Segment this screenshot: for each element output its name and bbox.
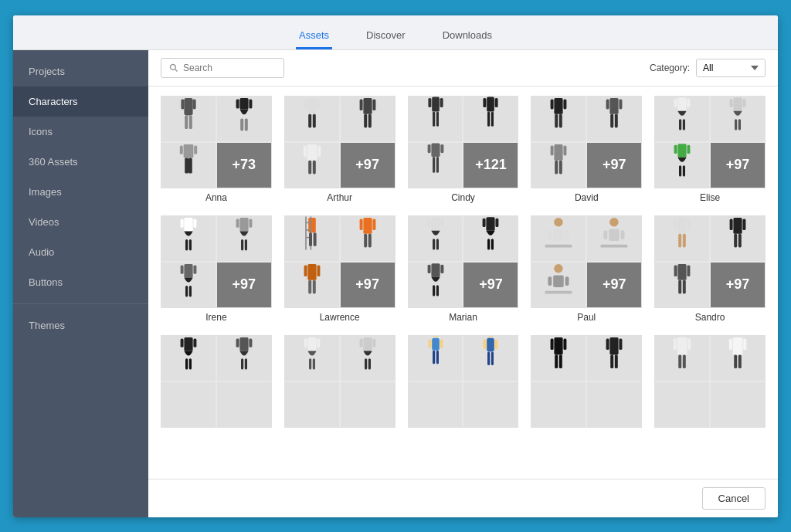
character-card-elise[interactable]: +97 Elise	[654, 96, 766, 203]
character-figure	[544, 143, 573, 188]
search-box[interactable]	[161, 58, 284, 78]
character-figure	[353, 97, 382, 141]
sidebar-item-characters[interactable]: Characters	[13, 86, 148, 117]
overlay-count: +97	[355, 157, 379, 173]
svg-rect-42	[428, 98, 431, 107]
svg-rect-199	[317, 338, 320, 347]
card-img-cell	[341, 382, 395, 427]
tab-downloads[interactable]: Downloads	[440, 25, 495, 49]
svg-rect-208	[432, 337, 440, 350]
category-select[interactable]: All Male Female Cartoon	[696, 59, 766, 77]
svg-rect-66	[606, 99, 609, 109]
svg-rect-84	[730, 98, 733, 107]
tab-assets[interactable]: Assets	[296, 25, 332, 49]
svg-rect-150	[554, 229, 565, 240]
svg-rect-57	[555, 98, 563, 114]
svg-rect-228	[610, 354, 613, 368]
sidebar-item-themes[interactable]: Themes	[13, 310, 148, 341]
character-figure	[353, 336, 382, 381]
svg-rect-217	[491, 351, 494, 365]
sidebar-item-buttons[interactable]: Buttons	[13, 267, 148, 297]
svg-rect-123	[359, 219, 362, 229]
sidebar-item-360assets[interactable]: 360 Assets	[13, 147, 148, 177]
svg-rect-83	[738, 119, 741, 130]
tab-discover[interactable]: Discover	[363, 25, 409, 49]
svg-rect-155	[609, 229, 620, 240]
search-icon	[169, 63, 178, 73]
character-card-paul[interactable]: +97 Paul	[531, 215, 642, 323]
svg-rect-189	[239, 337, 248, 351]
character-figure	[297, 216, 327, 261]
card-overlay-arthur: +97	[341, 143, 395, 188]
character-card-irene[interactable]: +97 Irene	[161, 215, 272, 323]
card-img-cell	[463, 97, 518, 141]
character-card-arthur[interactable]: +97 Arthur	[284, 96, 396, 203]
character-card-r3b[interactable]	[284, 335, 396, 432]
character-card-r3a[interactable]	[161, 335, 272, 432]
svg-rect-54	[427, 144, 430, 153]
svg-rect-55	[440, 144, 443, 153]
svg-rect-126	[307, 264, 316, 280]
card-img-cell	[161, 382, 216, 427]
svg-rect-19	[194, 145, 197, 154]
overlay-count: +97	[355, 276, 379, 293]
card-img-cell	[161, 263, 216, 307]
card-img-cell	[531, 382, 586, 427]
svg-rect-218	[484, 339, 487, 349]
svg-rect-136	[440, 218, 443, 226]
character-figure	[174, 263, 203, 307]
main-layout: Projects Characters Icons 360 Assets Ima…	[13, 50, 778, 517]
svg-rect-90	[674, 144, 677, 153]
sidebar-item-projects[interactable]: Projects	[13, 56, 148, 86]
svg-rect-197	[313, 358, 315, 369]
svg-rect-178	[678, 280, 681, 293]
svg-rect-118	[313, 232, 316, 246]
card-img-cell	[531, 263, 586, 307]
svg-rect-157	[621, 230, 625, 239]
card-overlay-irene: +97	[217, 263, 271, 307]
svg-rect-40	[433, 111, 435, 126]
character-name-anna: Anna	[161, 188, 272, 203]
sidebar-item-icons[interactable]: Icons	[13, 117, 148, 147]
card-img-cell	[531, 97, 586, 141]
card-images-cindy: +121	[408, 96, 519, 188]
svg-rect-209	[433, 350, 435, 364]
character-card-r3c[interactable]	[408, 335, 519, 432]
card-img-cell	[161, 143, 216, 188]
sidebar-item-audio[interactable]: Audio	[13, 237, 148, 267]
card-img-cell	[409, 382, 463, 427]
character-card-marian[interactable]: +97 Marian	[408, 215, 519, 323]
character-card-lawrence[interactable]: +97 Lawrence	[284, 215, 396, 323]
svg-rect-198	[304, 338, 307, 347]
card-img-cell	[655, 263, 709, 307]
card-img-cell	[531, 336, 586, 381]
svg-rect-122	[368, 233, 371, 247]
card-img-cell	[463, 216, 518, 261]
search-input[interactable]	[183, 63, 276, 73]
svg-rect-91	[687, 144, 691, 153]
svg-rect-162	[565, 276, 569, 286]
character-card-sandro[interactable]: +97 Sandro	[654, 215, 766, 323]
character-card-anna[interactable]: +73 Anna	[161, 96, 272, 203]
character-card-david[interactable]: +97 David	[531, 96, 642, 203]
sidebar-item-videos[interactable]: Videos	[13, 207, 148, 237]
character-card-r3e[interactable]	[654, 335, 766, 432]
svg-rect-187	[193, 338, 196, 347]
svg-point-0	[171, 64, 176, 69]
character-card-r3d[interactable]	[531, 335, 642, 432]
card-img-cell	[341, 97, 395, 141]
character-figure	[476, 97, 505, 141]
svg-rect-144	[431, 263, 440, 277]
svg-rect-108	[181, 265, 184, 273]
svg-rect-173	[738, 233, 742, 247]
sidebar-item-images[interactable]: Images	[13, 177, 148, 207]
svg-rect-25	[317, 99, 320, 110]
svg-line-1	[175, 69, 178, 71]
character-card-cindy[interactable]: +121 Cindy	[408, 96, 519, 203]
svg-rect-225	[564, 338, 567, 349]
character-figure	[723, 97, 752, 141]
character-figure	[174, 143, 203, 188]
cancel-button[interactable]: Cancel	[702, 487, 766, 510]
character-figure	[174, 336, 203, 381]
card-img-cell	[711, 216, 765, 261]
